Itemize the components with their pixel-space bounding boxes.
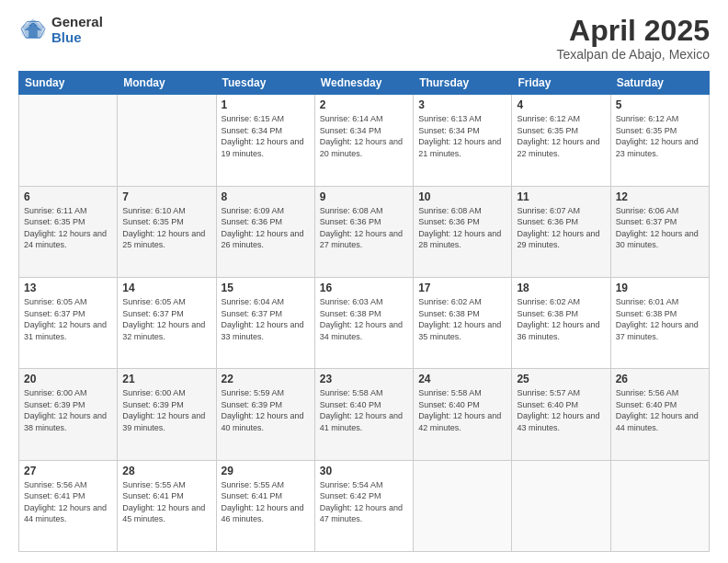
day-info: Sunrise: 5:56 AM Sunset: 6:41 PM Dayligh… [24, 479, 112, 525]
day-number: 17 [418, 282, 506, 294]
calendar-day: 5Sunrise: 6:12 AM Sunset: 6:35 PM Daylig… [610, 95, 709, 186]
calendar-day: 16Sunrise: 6:03 AM Sunset: 6:38 PM Dayli… [314, 277, 413, 368]
day-info: Sunrise: 5:58 AM Sunset: 6:40 PM Dayligh… [320, 387, 408, 433]
day-number: 25 [517, 373, 605, 385]
day-info: Sunrise: 6:04 AM Sunset: 6:37 PM Dayligh… [222, 296, 310, 342]
day-info: Sunrise: 6:10 AM Sunset: 6:35 PM Dayligh… [122, 205, 210, 251]
calendar-day: 8Sunrise: 6:09 AM Sunset: 6:36 PM Daylig… [216, 186, 314, 277]
calendar-day: 18Sunrise: 6:02 AM Sunset: 6:38 PM Dayli… [512, 277, 610, 368]
day-info: Sunrise: 5:55 AM Sunset: 6:41 PM Dayligh… [122, 479, 210, 525]
day-info: Sunrise: 6:12 AM Sunset: 6:35 PM Dayligh… [517, 113, 605, 159]
calendar-day: 10Sunrise: 6:08 AM Sunset: 6:36 PM Dayli… [414, 186, 512, 277]
day-info: Sunrise: 5:58 AM Sunset: 6:40 PM Dayligh… [418, 387, 506, 433]
calendar-day: 14Sunrise: 6:05 AM Sunset: 6:37 PM Dayli… [118, 277, 216, 368]
calendar-day: 1Sunrise: 6:15 AM Sunset: 6:34 PM Daylig… [216, 95, 314, 186]
day-info: Sunrise: 6:15 AM Sunset: 6:34 PM Dayligh… [222, 113, 310, 159]
day-number: 22 [222, 373, 310, 385]
calendar-day: 21Sunrise: 6:00 AM Sunset: 6:39 PM Dayli… [118, 369, 216, 460]
col-monday: Monday [118, 72, 216, 95]
day-info: Sunrise: 5:56 AM Sunset: 6:40 PM Dayligh… [616, 387, 704, 433]
calendar-day: 7Sunrise: 6:10 AM Sunset: 6:35 PM Daylig… [118, 186, 216, 277]
day-number: 19 [616, 282, 704, 294]
calendar-day: 11Sunrise: 6:07 AM Sunset: 6:36 PM Dayli… [512, 186, 610, 277]
calendar-day: 15Sunrise: 6:04 AM Sunset: 6:37 PM Dayli… [216, 277, 314, 368]
day-info: Sunrise: 6:11 AM Sunset: 6:35 PM Dayligh… [24, 205, 112, 251]
calendar-day: 24Sunrise: 5:58 AM Sunset: 6:40 PM Dayli… [414, 369, 512, 460]
logo-icon [18, 16, 48, 45]
day-info: Sunrise: 6:14 AM Sunset: 6:34 PM Dayligh… [320, 113, 408, 159]
day-number: 26 [616, 373, 704, 385]
day-number: 5 [616, 98, 704, 111]
day-info: Sunrise: 6:13 AM Sunset: 6:34 PM Dayligh… [418, 113, 506, 159]
day-info: Sunrise: 6:07 AM Sunset: 6:36 PM Dayligh… [517, 205, 605, 251]
col-tuesday: Tuesday [216, 72, 314, 95]
day-info: Sunrise: 6:06 AM Sunset: 6:37 PM Dayligh… [616, 205, 704, 251]
calendar-day [118, 95, 216, 186]
day-info: Sunrise: 6:01 AM Sunset: 6:38 PM Dayligh… [616, 296, 704, 342]
calendar-day: 3Sunrise: 6:13 AM Sunset: 6:34 PM Daylig… [414, 95, 512, 186]
day-info: Sunrise: 5:54 AM Sunset: 6:42 PM Dayligh… [320, 479, 408, 525]
day-info: Sunrise: 5:59 AM Sunset: 6:39 PM Dayligh… [222, 387, 310, 433]
day-info: Sunrise: 6:02 AM Sunset: 6:38 PM Dayligh… [517, 296, 605, 342]
calendar-day: 2Sunrise: 6:14 AM Sunset: 6:34 PM Daylig… [314, 95, 413, 186]
calendar-week-row: 6Sunrise: 6:11 AM Sunset: 6:35 PM Daylig… [19, 186, 710, 277]
day-info: Sunrise: 6:00 AM Sunset: 6:39 PM Dayligh… [122, 387, 210, 433]
calendar-header-row: Sunday Monday Tuesday Wednesday Thursday… [19, 72, 710, 95]
day-number: 15 [222, 282, 310, 294]
col-sunday: Sunday [19, 72, 118, 95]
col-friday: Friday [512, 72, 610, 95]
col-wednesday: Wednesday [314, 72, 413, 95]
calendar-day: 9Sunrise: 6:08 AM Sunset: 6:36 PM Daylig… [314, 186, 413, 277]
day-number: 7 [122, 190, 210, 203]
calendar-day: 22Sunrise: 5:59 AM Sunset: 6:39 PM Dayli… [216, 369, 314, 460]
day-info: Sunrise: 6:05 AM Sunset: 6:37 PM Dayligh… [122, 296, 210, 342]
calendar-day [414, 460, 512, 551]
calendar-day [19, 95, 118, 186]
day-number: 1 [222, 98, 310, 111]
day-number: 30 [320, 465, 408, 477]
logo-text: General Blue [51, 15, 103, 45]
day-info: Sunrise: 5:57 AM Sunset: 6:40 PM Dayligh… [517, 387, 605, 433]
col-saturday: Saturday [610, 72, 709, 95]
calendar-day: 28Sunrise: 5:55 AM Sunset: 6:41 PM Dayli… [118, 460, 216, 551]
day-info: Sunrise: 6:08 AM Sunset: 6:36 PM Dayligh… [320, 205, 408, 251]
day-info: Sunrise: 6:08 AM Sunset: 6:36 PM Dayligh… [418, 205, 506, 251]
calendar-day: 20Sunrise: 6:00 AM Sunset: 6:39 PM Dayli… [19, 369, 118, 460]
calendar-day: 6Sunrise: 6:11 AM Sunset: 6:35 PM Daylig… [19, 186, 118, 277]
day-number: 29 [222, 465, 310, 477]
calendar-day: 29Sunrise: 5:55 AM Sunset: 6:41 PM Dayli… [216, 460, 314, 551]
day-number: 9 [320, 190, 408, 203]
calendar-week-row: 27Sunrise: 5:56 AM Sunset: 6:41 PM Dayli… [19, 460, 710, 551]
title-location: Texalpan de Abajo, Mexico [556, 47, 710, 62]
calendar-week-row: 13Sunrise: 6:05 AM Sunset: 6:37 PM Dayli… [19, 277, 710, 368]
day-number: 20 [24, 373, 112, 385]
calendar-day: 13Sunrise: 6:05 AM Sunset: 6:37 PM Dayli… [19, 277, 118, 368]
day-number: 10 [418, 190, 506, 203]
day-number: 2 [320, 98, 408, 111]
day-number: 16 [320, 282, 408, 294]
calendar-day: 23Sunrise: 5:58 AM Sunset: 6:40 PM Dayli… [314, 369, 413, 460]
day-number: 6 [24, 190, 112, 203]
calendar-day: 26Sunrise: 5:56 AM Sunset: 6:40 PM Dayli… [610, 369, 709, 460]
calendar-week-row: 20Sunrise: 6:00 AM Sunset: 6:39 PM Dayli… [19, 369, 710, 460]
calendar-day: 25Sunrise: 5:57 AM Sunset: 6:40 PM Dayli… [512, 369, 610, 460]
calendar-day: 4Sunrise: 6:12 AM Sunset: 6:35 PM Daylig… [512, 95, 610, 186]
title-block: April 2025 Texalpan de Abajo, Mexico [556, 15, 710, 62]
logo-blue-text: Blue [51, 30, 103, 46]
day-number: 4 [517, 98, 605, 111]
calendar-day [610, 460, 709, 551]
calendar-day: 17Sunrise: 6:02 AM Sunset: 6:38 PM Dayli… [414, 277, 512, 368]
day-info: Sunrise: 6:00 AM Sunset: 6:39 PM Dayligh… [24, 387, 112, 433]
col-thursday: Thursday [414, 72, 512, 95]
calendar-day [512, 460, 610, 551]
day-number: 21 [122, 373, 210, 385]
logo: General Blue [18, 15, 103, 45]
day-info: Sunrise: 6:03 AM Sunset: 6:38 PM Dayligh… [320, 296, 408, 342]
calendar-day: 27Sunrise: 5:56 AM Sunset: 6:41 PM Dayli… [19, 460, 118, 551]
calendar-day: 30Sunrise: 5:54 AM Sunset: 6:42 PM Dayli… [314, 460, 413, 551]
calendar-table: Sunday Monday Tuesday Wednesday Thursday… [18, 71, 710, 552]
day-number: 28 [122, 465, 210, 477]
day-number: 23 [320, 373, 408, 385]
logo-general-text: General [51, 15, 103, 30]
day-number: 12 [616, 190, 704, 203]
